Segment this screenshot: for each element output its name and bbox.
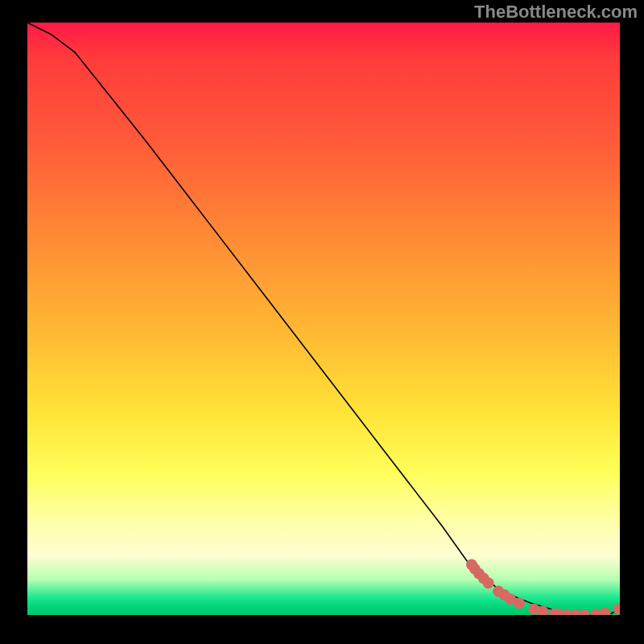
data-marker — [483, 577, 494, 588]
data-marker — [579, 609, 590, 615]
data-marker — [600, 608, 611, 615]
chart-container: TheBottleneck.com — [0, 0, 644, 644]
data-marker — [514, 597, 525, 609]
data-marker — [613, 604, 620, 615]
bottleneck-curve — [27, 23, 620, 615]
marker-group — [466, 559, 620, 615]
chart-overlay — [27, 23, 620, 615]
watermark-text: TheBottleneck.com — [474, 2, 638, 23]
